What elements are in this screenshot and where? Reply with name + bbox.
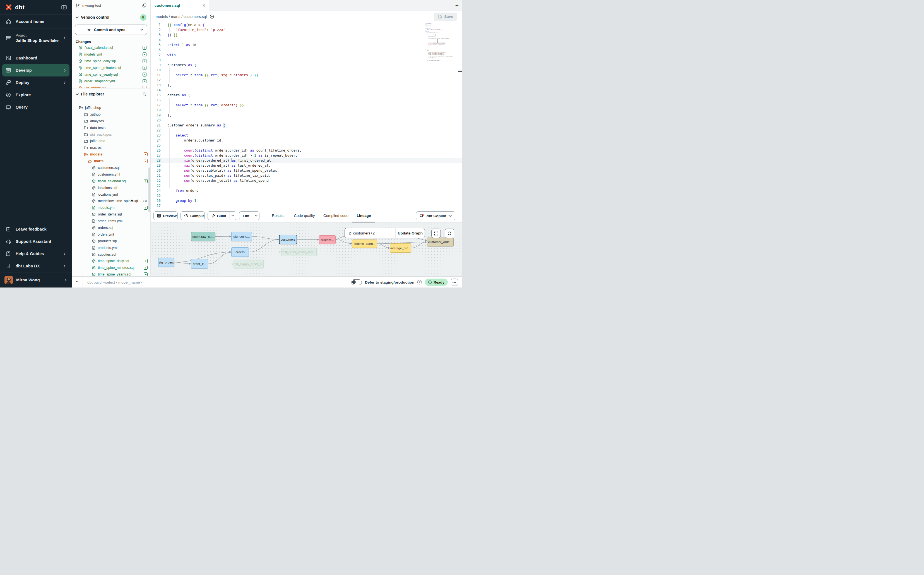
defer-toggle[interactable] <box>351 280 362 285</box>
tab-results[interactable]: Results <box>272 208 284 223</box>
user-menu[interactable]: Mirna Wong <box>0 272 72 288</box>
tree-item-order_items.sql[interactable]: order_items.sql <box>72 211 151 218</box>
changed-file-order_snapshot.yml[interactable]: order_snapshot.yml+ <box>72 78 151 84</box>
tree-item-models.yml[interactable]: models.yml+ <box>72 204 151 211</box>
lineage-node-order_it[interactable]: order_it... <box>191 259 208 268</box>
preview-button[interactable]: Preview <box>154 211 178 220</box>
lineage-node-custom[interactable]: custom... <box>319 235 336 244</box>
refresh-button[interactable] <box>445 229 454 238</box>
tree-item-customers.yml[interactable]: customers.yml <box>72 171 151 178</box>
tree-item-marts[interactable]: marts• <box>72 158 151 164</box>
lineage-graph[interactable]: ecom.raw_cu...stg_custo...customerscusto… <box>151 222 462 276</box>
tree-item-orders.sql[interactable]: orders.sql <box>72 224 151 231</box>
expand-command-bar-icon[interactable]: ⌃ <box>76 276 79 288</box>
tree-item-dbt_packages[interactable]: dbt_packages <box>72 131 151 138</box>
stage-file-badge[interactable]: + <box>143 46 146 50</box>
copy-icon[interactable] <box>142 3 146 8</box>
fullscreen-button[interactable] <box>431 229 441 238</box>
lineage-node-lifetime[interactable]: lifetime_spen... <box>352 240 377 248</box>
editor-scrollbar-thumb[interactable] <box>458 71 462 72</box>
lineage-selector-input[interactable]: 2+customers+2 <box>345 228 396 238</box>
compile-button[interactable]: Compile <box>181 211 205 220</box>
update-graph-button[interactable]: Update Graph <box>396 228 425 238</box>
save-button[interactable]: Save <box>434 13 457 21</box>
build-options-chevron[interactable] <box>230 211 236 220</box>
lint-options-chevron[interactable] <box>253 211 259 220</box>
file-explorer-section-header[interactable]: File explorer <box>72 89 151 100</box>
changed-file-time_spine_yearly.sql[interactable]: time_spine_yearly.sql+ <box>72 71 151 78</box>
tree-item-macros[interactable]: macros <box>72 144 151 151</box>
changed-file-stg_orders.sql[interactable]: stg_orders.sql• <box>72 84 151 89</box>
changed-file-time_spine_daily.sql[interactable]: time_spine_daily.sql+ <box>72 58 151 65</box>
tree-item-time_spine_daily.sql[interactable]: time_spine_daily.sql+ <box>72 257 151 264</box>
changed-file-fiscal_calendar.sql[interactable]: fiscal_calendar.sql+ <box>72 44 151 51</box>
sidebar-item-dashboard[interactable]: Dashboard <box>2 52 70 64</box>
tree-item-supplies.sql[interactable]: supplies.sql <box>72 251 151 258</box>
sidebar-item-account-home[interactable]: Account home <box>0 14 72 29</box>
close-tab-icon[interactable]: ✕ <box>202 3 206 8</box>
code-editor[interactable]: 1{{ config(meta = {2 'favorite_food': 'p… <box>151 22 462 208</box>
tree-item-jaffle-data[interactable]: jaffle-data <box>72 138 151 144</box>
tab-code-quality[interactable]: Code quality <box>294 208 315 223</box>
tree-item-data-tests[interactable]: data-tests <box>72 124 151 131</box>
sidebar-item-develop[interactable]: Develop <box>2 64 70 76</box>
git-status-badge[interactable]: + <box>144 259 147 263</box>
stage-file-badge[interactable]: + <box>143 73 146 76</box>
sidebar-item-leave-feedback[interactable]: Leave feedback <box>2 223 70 235</box>
tree-item-jaffle-shop[interactable]: jaffle-shop <box>72 105 151 111</box>
lineage-node-customers[interactable]: customers <box>279 235 297 244</box>
git-status-badge[interactable]: + <box>144 266 147 270</box>
dbt-copilot-button[interactable]: dbt Copilot <box>416 211 455 220</box>
commit-and-sync-button[interactable]: Commit and sync <box>75 25 147 35</box>
search-icon[interactable] <box>142 92 146 96</box>
lineage-node-ecom[interactable]: ecom.raw_cu... <box>191 232 216 241</box>
stage-file-badge[interactable]: + <box>143 66 146 70</box>
tree-item-fiscal_calendar.sql[interactable]: fiscal_calendar.sql+ <box>72 178 151 184</box>
row-menu-icon[interactable]: ••• <box>143 199 147 203</box>
stage-file-badge[interactable]: • <box>143 86 146 89</box>
tab-lineage[interactable]: Lineage <box>357 208 371 223</box>
tree-item-models[interactable]: models• <box>72 151 151 158</box>
lineage-node-test_order[interactable]: test_order_items_com... <box>281 248 317 256</box>
tree-item-customers.sql[interactable]: customers.sql <box>72 164 151 171</box>
lineage-node-stg_orders[interactable]: stg_orders <box>158 257 174 267</box>
sidebar-item-dbt-labs-dx[interactable]: dbt Labs DX <box>2 260 70 272</box>
tab-customers-sql[interactable]: customers.sql ✕ <box>151 0 210 11</box>
tree-item-orders.yml[interactable]: orders.yml <box>72 231 151 238</box>
tree-item-.github[interactable]: .github <box>72 111 151 118</box>
tree-item-products.sql[interactable]: products.sql <box>72 238 151 245</box>
collapse-sidebar-icon[interactable] <box>61 5 67 10</box>
lineage-node-orders[interactable]: orders <box>231 247 249 257</box>
lineage-node-average[interactable]: average_ord... <box>390 243 411 253</box>
open-in-explorer-icon[interactable] <box>209 14 214 19</box>
sidebar-item-deploy[interactable]: Deploy <box>2 76 70 89</box>
git-status-badge[interactable]: • <box>144 159 147 163</box>
git-status-badge[interactable]: + <box>144 206 147 210</box>
version-control-section-header[interactable]: Version control 8 <box>72 11 151 24</box>
lint-button[interactable]: Lint <box>239 211 260 220</box>
panel-scrollbar[interactable] <box>148 167 150 212</box>
command-input[interactable]: dbt build --select <model_name> <box>87 276 142 288</box>
commit-options-chevron[interactable] <box>137 25 147 35</box>
changed-file-models.yml[interactable]: models.yml+ <box>72 51 151 58</box>
sidebar-item-support-assistant[interactable]: Support Assistant <box>2 235 70 248</box>
lineage-node-test_supply[interactable]: test_supply_costs_s... <box>233 260 264 268</box>
tree-item-products.yml[interactable]: products.yml <box>72 245 151 251</box>
changed-file-time_spine_minutes.sql[interactable]: time_spine_minutes.sql+ <box>72 65 151 71</box>
tree-item-time_spine_minutes.sql[interactable]: time_spine_minutes.sql+ <box>72 264 151 271</box>
git-status-badge[interactable]: + <box>144 179 147 183</box>
git-status-badge[interactable]: • <box>144 152 147 156</box>
tree-item-time_spine_yearly.sql[interactable]: time_spine_yearly.sql+ <box>72 271 151 276</box>
tab-compiled-code[interactable]: Compiled code <box>323 208 349 223</box>
lineage-node-corders[interactable]: customer_orde... <box>427 238 453 246</box>
tree-item-metricflow_time_spine.sql[interactable]: metricflow_time_spine.sql••• <box>72 198 151 204</box>
stage-file-badge[interactable]: + <box>143 79 146 83</box>
sidebar-item-project[interactable]: Project Jaffle Shop Snowflake <box>0 29 72 48</box>
status-badge[interactable]: Ready <box>425 279 448 286</box>
build-button[interactable]: Build <box>208 211 236 220</box>
stage-file-badge[interactable]: + <box>143 52 146 56</box>
help-icon[interactable]: ? <box>417 280 422 284</box>
tree-item-analyses[interactable]: analyses <box>72 118 151 124</box>
new-tab-button[interactable]: + <box>455 0 459 11</box>
git-status-badge[interactable]: + <box>144 272 147 276</box>
